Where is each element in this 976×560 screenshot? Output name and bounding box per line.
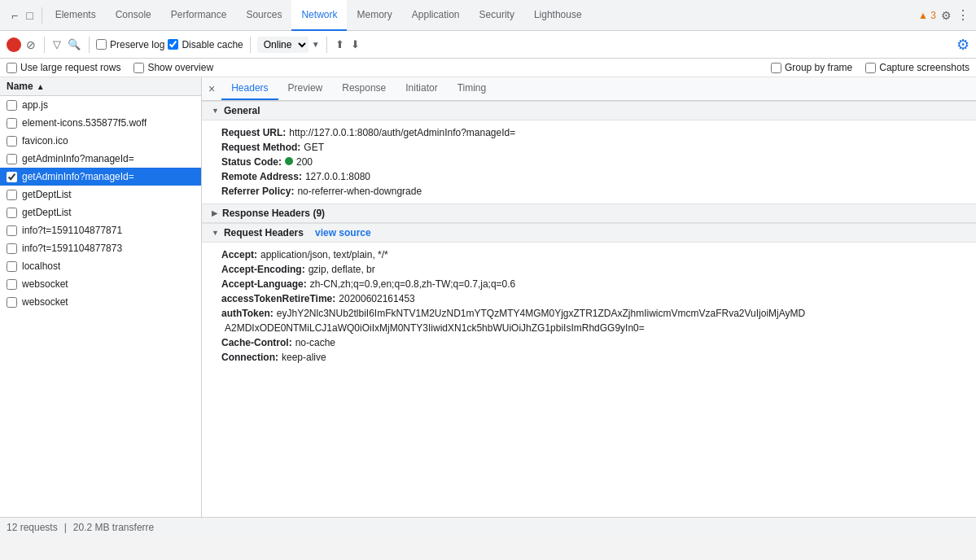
detail-tab-preview[interactable]: Preview (278, 77, 333, 100)
tab-application[interactable]: Application (402, 0, 470, 31)
tab-console[interactable]: Console (106, 0, 161, 31)
group-by-frame-label[interactable]: Group by frame (771, 62, 852, 73)
request-item[interactable]: getDeptList (0, 186, 201, 203)
record-button[interactable] (7, 37, 21, 52)
field-value: no-cache (295, 337, 335, 348)
request-item[interactable]: info?t=1591104877871 (0, 221, 201, 239)
disable-cache-checkbox-label[interactable]: Disable cache (168, 39, 243, 50)
field-label: accessTokenRetireTime: (221, 293, 335, 304)
request-item[interactable]: localhost (0, 257, 201, 275)
request-item[interactable]: websocket (0, 293, 201, 311)
devtools-icon-2[interactable]: □ (23, 7, 36, 24)
capture-screenshots-label[interactable]: Capture screenshots (865, 62, 969, 73)
request-item[interactable]: favicon.ico (0, 132, 201, 150)
show-overview-label[interactable]: Show overview (133, 62, 213, 73)
request-item[interactable]: websocket (0, 275, 201, 293)
request-item-checkbox[interactable] (7, 297, 17, 308)
request-item-checkbox[interactable] (7, 243, 17, 254)
request-item[interactable]: info?t=1591104877873 (0, 239, 201, 257)
request-list-header: Name ▲ (0, 77, 201, 96)
filter-icon[interactable]: ▽ (51, 37, 63, 52)
general-fields: Request URL:http://127.0.0.1:8080/auth/g… (202, 120, 976, 203)
download-icon[interactable]: ⬇ (349, 37, 361, 52)
field-label: Referrer Policy: (221, 186, 294, 197)
request-header-field-row: Connection:keep-alive (221, 350, 956, 365)
field-label: Accept: (221, 249, 257, 260)
field-label: Accept-Encoding: (221, 264, 305, 275)
network-toolbar: ⊘ ▽ 🔍 Preserve log Disable cache Online … (0, 31, 976, 59)
general-field-row: Status Code:200 (221, 155, 956, 169)
tab-bar-end: ▲ 3 ⚙ ⋮ (918, 7, 973, 23)
request-item-checkbox[interactable] (7, 225, 17, 236)
request-count: 12 requests (7, 522, 58, 533)
request-item[interactable]: getAdminInfo?manageId= (0, 168, 201, 186)
general-field-row: Remote Address:127.0.0.1:8080 (221, 169, 956, 184)
preserve-log-checkbox[interactable] (96, 39, 107, 50)
request-item-checkbox[interactable] (7, 190, 17, 200)
request-item-name: getAdminInfo?manageId= (22, 153, 134, 164)
divider-2 (89, 37, 90, 53)
request-header-field-row: Accept:application/json, text/plain, */* (221, 247, 956, 262)
request-item-checkbox[interactable] (7, 154, 17, 164)
options-right: Group by frame Capture screenshots (771, 62, 969, 73)
group-by-frame-checkbox[interactable] (771, 63, 781, 73)
more-icon[interactable]: ⋮ (956, 7, 969, 23)
request-item-name: getDeptList (22, 207, 72, 218)
warning-badge: ▲ 3 (918, 10, 936, 21)
request-item-checkbox[interactable] (7, 261, 17, 272)
field-value: GET (304, 142, 324, 153)
tab-memory[interactable]: Memory (347, 0, 401, 31)
field-value: 127.0.0.1:8080 (305, 171, 370, 182)
request-item-checkbox[interactable] (7, 172, 17, 182)
tab-elements[interactable]: Elements (46, 0, 106, 31)
tab-performance[interactable]: Performance (161, 0, 237, 31)
large-rows-label[interactable]: Use large request rows (7, 62, 120, 73)
disable-cache-checkbox[interactable] (168, 39, 178, 50)
request-item[interactable]: element-icons.535877f5.woff (0, 114, 201, 132)
preserve-log-checkbox-label[interactable]: Preserve log (96, 39, 164, 50)
divider-4 (326, 37, 327, 53)
field-value: no-referrer-when-downgrade (297, 186, 422, 197)
show-overview-checkbox[interactable] (133, 63, 144, 73)
tab-network[interactable]: Network (291, 0, 347, 31)
search-icon[interactable]: 🔍 (66, 37, 82, 52)
blue-icon[interactable]: ⚙ (956, 36, 969, 54)
request-header-fields: Accept:application/json, text/plain, */*… (202, 243, 976, 370)
request-item[interactable]: getAdminInfo?manageId= (0, 150, 201, 168)
tab-sources[interactable]: Sources (236, 0, 291, 31)
general-field-row: Referrer Policy:no-referrer-when-downgra… (221, 184, 956, 199)
request-item-checkbox[interactable] (7, 118, 17, 129)
request-item-name: websocket (22, 296, 68, 308)
response-headers-triangle-icon: ▶ (212, 209, 217, 217)
request-item-checkbox[interactable] (7, 100, 17, 111)
request-item[interactable]: getDeptList (0, 203, 201, 221)
settings-icon[interactable]: ⚙ (941, 9, 952, 22)
request-item-checkbox[interactable] (7, 279, 17, 290)
field-label: Status Code: (221, 156, 282, 168)
tab-lighthouse[interactable]: Lighthouse (524, 0, 592, 31)
stop-icon[interactable]: ⊘ (24, 37, 37, 53)
detail-tab-initiator[interactable]: Initiator (396, 77, 447, 100)
devtools-icon-1[interactable]: ⌐ (8, 7, 21, 24)
detail-tab-headers[interactable]: Headers (221, 77, 278, 100)
request-item-checkbox[interactable] (7, 136, 17, 147)
close-detail-button[interactable]: × (208, 82, 215, 95)
detail-tabs: × Headers Preview Response Initiator Tim… (202, 77, 976, 101)
field-label: Remote Address: (221, 171, 302, 182)
large-rows-checkbox[interactable] (7, 63, 17, 73)
request-item[interactable]: app.js (0, 96, 201, 114)
request-headers-section-header[interactable]: ▼ Request Headers view source (202, 223, 976, 243)
request-item-name: element-icons.535877f5.woff (22, 117, 147, 129)
response-headers-section-header[interactable]: ▶ Response Headers (9) (202, 203, 976, 223)
upload-icon[interactable]: ⬆ (334, 37, 346, 52)
request-item-checkbox[interactable] (7, 208, 17, 218)
tab-security[interactable]: Security (470, 0, 524, 31)
detail-tab-timing[interactable]: Timing (448, 77, 497, 100)
network-throttle-select[interactable]: Online (257, 37, 309, 53)
field-value: A2MDIxODE0NTMiLCJ1aWQ0iOiIxMjM0NTY3Iiwid… (225, 322, 645, 334)
capture-screenshots-checkbox[interactable] (865, 63, 876, 73)
detail-tab-response[interactable]: Response (332, 77, 396, 100)
view-source-link[interactable]: view source (315, 227, 371, 238)
sort-arrow-icon: ▲ (37, 82, 45, 91)
general-section-header[interactable]: ▼ General (202, 101, 976, 120)
